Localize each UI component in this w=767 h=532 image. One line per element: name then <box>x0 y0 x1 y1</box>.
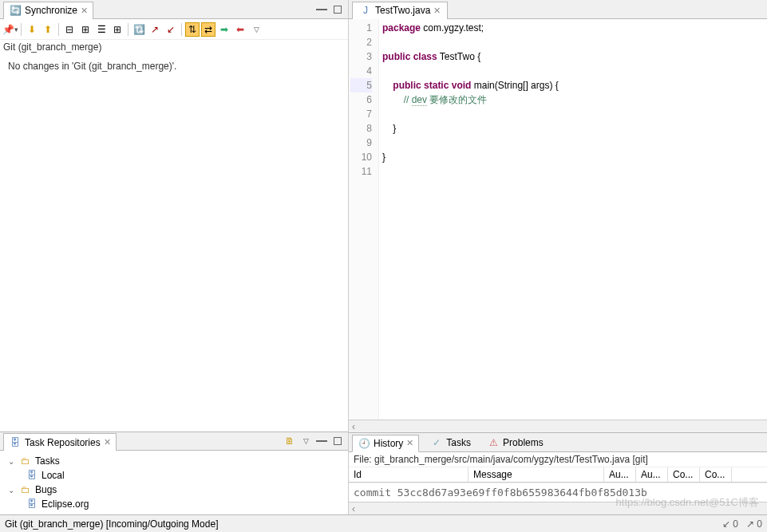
sync-repo-label: Git (git_branch_merge) <box>0 40 348 54</box>
th-committer[interactable]: Co... <box>668 467 700 482</box>
close-icon[interactable]: ✕ <box>104 437 111 447</box>
synchronize-tab[interactable]: 🔄 Synchronize ✕ <box>3 2 93 19</box>
task-repos-tab[interactable]: 🗄 Task Repositories ✕ <box>3 433 117 451</box>
th-id[interactable]: Id <box>349 467 469 482</box>
line-gutter: 1234567891011 <box>349 19 379 420</box>
nav-up-icon[interactable]: ⬆ <box>41 22 55 37</box>
synchronize-toolbar: 📌▾ ⬇ ⬆ ⊟ ⊞ ☰ ⊞ 🔃 ↗ ↙ ⇅ ⇄ ➡ ⬅ ▽ <box>0 19 348 40</box>
sync-message: No changes in 'Git (git_branch_merge)'. <box>0 54 348 432</box>
outgoing-mode-icon[interactable]: ⬅ <box>233 22 247 37</box>
tree-node-tasks[interactable]: ⌄ 🗀 Tasks <box>6 454 342 468</box>
tab-label: Tasks <box>446 437 471 448</box>
scroll-left-icon[interactable]: ‹ <box>349 503 358 514</box>
bottom-tabbar: 🕘 History ✕ ✓ Tasks ⚠ Problems <box>349 433 767 452</box>
pull-icon[interactable]: ↙ <box>164 22 178 37</box>
maximize-icon[interactable] <box>330 2 345 17</box>
task-repos-icon: 🗄 <box>9 436 22 449</box>
tree-node-local[interactable]: 🗄 Local <box>26 468 342 483</box>
editor-tab-label: TestTwo.java <box>375 5 430 16</box>
synchronize-icon: 🔄 <box>9 4 22 17</box>
repo-icon: 🗄 <box>26 498 38 510</box>
status-right: ↙ 0 ↗ 0 <box>722 518 762 530</box>
pin-icon[interactable]: 📌▾ <box>3 22 18 37</box>
java-file-icon: J <box>359 4 372 17</box>
flat-list-icon[interactable]: ☰ <box>94 22 109 37</box>
outgoing-count: ↗ 0 <box>746 518 762 530</box>
tree-node-bugs[interactable]: ⌄ 🗀 Bugs <box>6 483 342 497</box>
folder-icon: 🗀 <box>19 483 32 496</box>
th-committed[interactable]: Co... <box>700 467 732 482</box>
status-bar: Git (git_branch_merge) [Incoming/Outgoin… <box>0 514 767 532</box>
tree-label: Bugs <box>35 484 57 495</box>
th-authored[interactable]: Au... <box>636 467 668 482</box>
tree-icon[interactable]: ⊞ <box>110 22 125 37</box>
scroll-left-icon[interactable]: ‹ <box>349 421 358 432</box>
problems-icon: ⚠ <box>487 436 500 449</box>
incoming-count: ↙ 0 <box>722 518 738 530</box>
menu-icon[interactable]: ▽ <box>249 22 263 37</box>
view-menu-icon[interactable]: ▽ <box>298 434 313 448</box>
task-repos-title: Task Repositories <box>25 437 101 448</box>
tab-problems[interactable]: ⚠ Problems <box>482 435 548 451</box>
th-author[interactable]: Au... <box>604 467 636 482</box>
editor-hscroll[interactable]: ‹ <box>349 420 767 432</box>
incoming-mode-icon[interactable]: ➡ <box>217 22 231 37</box>
minimize-icon[interactable] <box>314 434 329 448</box>
tree-label: Tasks <box>35 455 60 467</box>
tasks-icon: ✓ <box>430 436 443 449</box>
collapse-toggle-icon[interactable]: ⌄ <box>6 486 16 495</box>
right-column: J TestTwo.java ✕ 1234567891011 package c… <box>349 0 767 514</box>
editor[interactable]: 1234567891011 package com.ygzy.test;publ… <box>349 19 767 420</box>
history-file-path: File: git_branch_merge/src/main/java/com… <box>349 452 767 467</box>
history-table-header: Id Message Au... Au... Co... Co... <box>349 467 767 483</box>
tree-label: Eclipse.org <box>42 499 89 510</box>
expand-all-icon[interactable]: ⊞ <box>78 22 93 37</box>
new-task-icon[interactable]: 🗎 <box>283 434 297 448</box>
watermark: https://blog.csdn.net@51C博客 <box>616 495 759 510</box>
tree-node-eclipse[interactable]: 🗄 Eclipse.org <box>26 497 342 511</box>
nav-down-icon[interactable]: ⬇ <box>25 22 39 37</box>
main-area: 🔄 Synchronize ✕ 📌▾ ⬇ ⬆ ⊟ ⊞ ☰ ⊞ 🔃 ↗ ↙ ⇅ <box>0 0 767 514</box>
left-column: 🔄 Synchronize ✕ 📌▾ ⬇ ⬆ ⊟ ⊞ ☰ ⊞ 🔃 ↗ ↙ ⇅ <box>0 0 349 514</box>
editor-tabbar: J TestTwo.java ✕ <box>349 0 767 19</box>
tab-label: Problems <box>503 437 544 448</box>
repo-icon: 🗄 <box>26 469 38 482</box>
folder-icon: 🗀 <box>19 455 32 467</box>
status-left: Git (git_branch_merge) [Incoming/Outgoin… <box>5 518 218 530</box>
synchronize-tabbar: 🔄 Synchronize ✕ <box>0 0 348 19</box>
synchronize-title: Synchronize <box>25 5 77 16</box>
close-icon[interactable]: ✕ <box>81 6 88 16</box>
collapse-all-icon[interactable]: ⊟ <box>62 22 77 37</box>
maximize-icon[interactable] <box>330 434 345 448</box>
task-repos-tree: ⌄ 🗀 Tasks 🗄 Local ⌄ 🗀 Bugs 🗄 Eclipse.org <box>0 451 348 514</box>
tree-label: Local <box>42 470 65 481</box>
code-area[interactable]: package com.ygzy.test;public class TestT… <box>379 19 767 420</box>
th-message[interactable]: Message <box>469 467 604 482</box>
tab-tasks[interactable]: ✓ Tasks <box>425 435 476 451</box>
tab-history[interactable]: 🕘 History ✕ <box>352 435 419 452</box>
merge-icon[interactable]: ⇅ <box>185 22 200 37</box>
history-icon: 🕘 <box>358 437 370 450</box>
collapse-toggle-icon[interactable]: ⌄ <box>6 457 16 466</box>
refresh-icon[interactable]: 🔃 <box>132 22 146 37</box>
push-icon[interactable]: ↗ <box>148 22 162 37</box>
task-repos-tabbar: 🗄 Task Repositories ✕ 🗎 ▽ <box>0 432 348 451</box>
override-icon[interactable]: ⇄ <box>201 22 215 37</box>
editor-tab[interactable]: J TestTwo.java ✕ <box>352 2 448 19</box>
close-icon[interactable]: ✕ <box>433 6 441 16</box>
close-icon[interactable]: ✕ <box>406 438 413 448</box>
tab-label: History <box>374 438 403 449</box>
minimize-icon[interactable] <box>314 2 329 17</box>
